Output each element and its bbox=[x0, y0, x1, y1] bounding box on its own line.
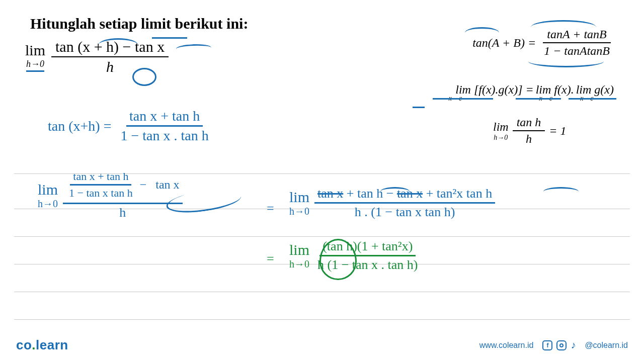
arc-annotation bbox=[465, 27, 499, 38]
footer: co.learn www.colearn.id f ♪ @colearn.id bbox=[0, 337, 644, 353]
brand-logo: co.learn bbox=[16, 337, 68, 353]
step3-den: h . (1 − tan x tan h) bbox=[352, 204, 458, 220]
circle-annotation-green bbox=[319, 239, 357, 280]
underline-annotation bbox=[413, 107, 425, 108]
step2-sub: h→0 bbox=[38, 198, 58, 210]
step4-sub: h→0 bbox=[289, 258, 309, 270]
social-handle: @colearn.id bbox=[585, 341, 628, 350]
tiktok-icon: ♪ bbox=[571, 339, 576, 351]
formula-product-limit: lim [f(x).g(x)] = x→c lim f(x). x→c lim … bbox=[455, 83, 614, 105]
prod-lhs: lim [f(x).g(x)] = bbox=[455, 83, 533, 97]
lim-approach: h→0 bbox=[26, 59, 44, 72]
step2-lim: lim bbox=[38, 181, 58, 198]
footer-url: www.colearn.id bbox=[479, 341, 534, 350]
step2-outer-den: h bbox=[116, 204, 129, 220]
step1-den: 1 − tan x . tan h bbox=[117, 127, 211, 144]
step4-lim: lim bbox=[289, 241, 309, 258]
lim-word: lim bbox=[25, 42, 45, 59]
tanh-den: h bbox=[522, 131, 536, 146]
equals-step3: = bbox=[267, 201, 274, 216]
step3-lim: lim bbox=[289, 189, 309, 206]
underline-annotation bbox=[433, 98, 493, 100]
social-icons: f ♪ bbox=[542, 339, 576, 351]
tanh-lim: lim bbox=[493, 120, 509, 134]
underline-annotation bbox=[569, 98, 616, 100]
ruled-line bbox=[14, 319, 630, 320]
tanh-sub: h→0 bbox=[494, 134, 508, 142]
problem-denominator: h bbox=[102, 57, 118, 75]
step2-inner-den: 1 − tan x tan h bbox=[66, 186, 136, 200]
arc-annotation bbox=[528, 55, 604, 67]
arc-annotation bbox=[99, 38, 138, 51]
step3-num-d: + tan²x tan h bbox=[426, 186, 493, 201]
step1-num: tan x + tan h bbox=[126, 108, 203, 127]
step3-strike1: tan x bbox=[317, 186, 343, 201]
underline-annotation bbox=[152, 37, 187, 39]
instagram-icon bbox=[556, 340, 567, 350]
step2-inner-num: tan x + tan h bbox=[70, 170, 131, 186]
equals-step4: = bbox=[267, 251, 274, 266]
brand-dot: . bbox=[32, 337, 36, 352]
step2-minus: − tan x bbox=[140, 178, 180, 192]
arc-annotation bbox=[176, 44, 212, 53]
circle-annotation bbox=[132, 68, 156, 86]
facebook-icon: f bbox=[542, 340, 552, 350]
ruled-line bbox=[14, 292, 630, 292]
arc-annotation bbox=[380, 187, 410, 196]
tanh-num: tan h bbox=[513, 116, 545, 131]
brand-b: learn bbox=[36, 337, 68, 352]
brand-a: co bbox=[16, 337, 32, 352]
handwritten-step2: lim h→0 tan x + tan h 1 − tan x tan h − … bbox=[38, 170, 183, 220]
ruled-line bbox=[14, 236, 630, 237]
step3-sub: h→0 bbox=[289, 206, 309, 217]
arc-annotation bbox=[531, 20, 596, 34]
tanh-eq: = 1 bbox=[549, 124, 566, 138]
arc-annotation bbox=[543, 187, 579, 196]
underline-annotation bbox=[516, 98, 561, 100]
formula-tanh-limit: lim h→0 tan h h = 1 bbox=[493, 116, 567, 146]
handwritten-step1: tan (x+h) = tan x + tan h 1 − tan x . ta… bbox=[48, 108, 212, 144]
step1-lhs: tan (x+h) = bbox=[48, 118, 111, 134]
